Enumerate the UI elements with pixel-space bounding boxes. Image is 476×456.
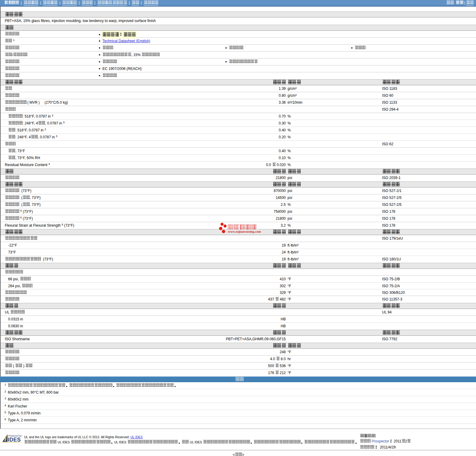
- svg-text:IDES: IDES: [8, 437, 21, 443]
